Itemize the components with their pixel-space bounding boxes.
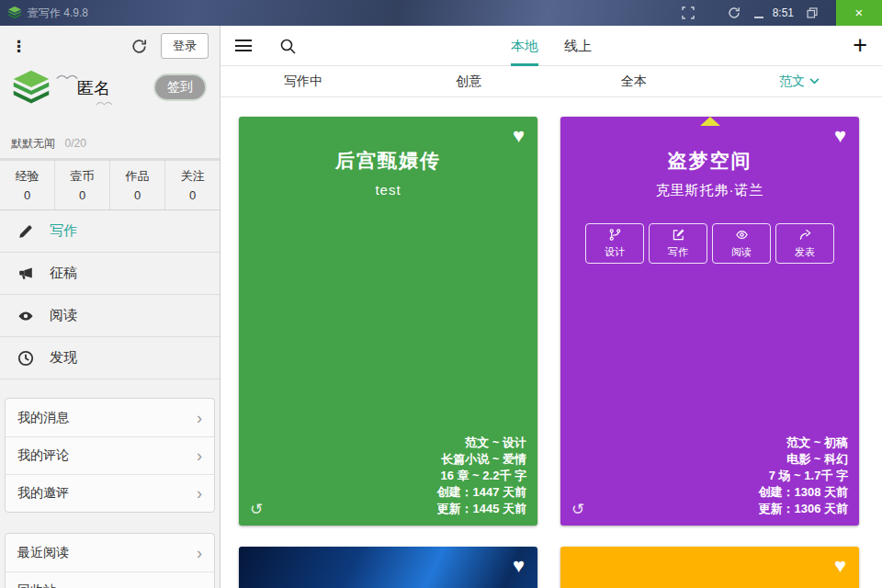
level-name: 默默无闻 [11,137,55,150]
sidebar-item-recycle-bin[interactable]: 回收站 › [6,571,214,588]
stat-coins: 壹币 0 [54,161,109,209]
dots-menu-icon[interactable]: ⋮ [11,37,27,56]
hamburger-menu-icon[interactable] [235,40,252,51]
clock-time: 8:51 [773,6,794,19]
sidebar-item-recent-reading[interactable]: 最近阅读 › [6,534,214,571]
book-title: 后宫甄嬛传 [239,117,537,174]
filter-dropdown-sample[interactable]: 范文 [717,74,882,90]
stats-row: 经验 0 壹币 0 作品 0 关注 0 [0,161,220,210]
book-meta: 范文 ~ 设计 长篇小说 ~ 爱情 16 章 ~ 2.2千 字 创建：1447 … [436,435,526,517]
megaphone-icon [17,265,35,283]
action-design-button[interactable]: 设计 [585,223,644,264]
stat-follows: 关注 0 [164,161,220,209]
filter-idea[interactable]: 创意 [386,74,551,90]
favorite-heart-icon[interactable]: ♥ [513,126,525,146]
book-card-partial[interactable]: ♥ [239,547,537,588]
eye-icon [17,307,35,325]
stat-experience: 经验 0 [0,161,54,209]
book-card-houggong[interactable]: ♥ 后宫甄嬛传 test 范文 ~ 设计 长篇小说 ~ 爱情 16 章 ~ 2.… [239,117,537,526]
search-icon[interactable] [279,38,296,54]
clock-icon [17,349,35,368]
sidebar-item-writing[interactable]: 写作 [0,210,220,253]
avatar[interactable] [11,68,51,108]
book-subtitle: 克里斯托弗·诺兰 [560,182,859,199]
add-work-icon[interactable]: + [853,33,867,58]
action-read-button[interactable]: 阅读 [712,223,771,264]
chevron-right-icon: › [197,485,202,502]
sync-icon[interactable] [130,38,148,55]
fullscreen-icon[interactable] [681,6,695,20]
filter-writing[interactable]: 写作中 [220,74,386,90]
sidebar-toolbar: ⋮ 登录 [0,26,220,66]
maximize-button[interactable] [805,6,820,20]
sidebar-item-discover[interactable]: 发现 [0,337,220,379]
tab-online[interactable]: 线上 [564,26,592,66]
level-section: 默默无闻 0/20 [0,130,220,161]
filter-complete[interactable]: 全本 [551,74,717,90]
sidebar-item-my-messages[interactable]: 我的消息 › [6,399,214,436]
favorite-heart-icon[interactable]: ♥ [834,556,846,576]
main-panel: 本地 线上 + 写作中 创意 全本 范文 ♥ 后宫甄嬛传 test [220,26,882,588]
checkin-button[interactable]: 签到 [153,74,207,101]
bird-icon [55,68,79,77]
history-icon[interactable]: ↺ [250,500,263,519]
level-progress: 0/20 [64,137,85,150]
level-progress-bar [0,158,220,161]
book-meta: 范文 ~ 初稿 电影 ~ 科幻 7 场 ~ 1.7千 字 创建：1308 天前 … [758,435,848,517]
chevron-right-icon: › [197,582,202,588]
card-action-bar: 设计 写作 阅读 发表 [560,223,859,264]
pin-marker [700,117,720,126]
sidebar-item-reading[interactable]: 阅读 [0,295,220,337]
favorite-heart-icon[interactable]: ♥ [834,126,846,146]
book-card-partial[interactable]: ♥ [560,547,859,588]
sidebar-group-recent: 最近阅读 › 回收站 › [5,533,215,588]
chevron-right-icon: › [197,447,202,464]
chevron-right-icon: › [197,545,202,561]
action-write-button[interactable]: 写作 [649,223,707,264]
favorite-heart-icon[interactable]: ♥ [513,556,525,576]
pencil-icon [17,222,35,241]
profile-section: 匿名 签到 [0,66,220,130]
card-grid: ♥ 后宫甄嬛传 test 范文 ~ 设计 长篇小说 ~ 爱情 16 章 ~ 2.… [220,97,882,588]
action-publish-button[interactable]: 发表 [775,223,834,264]
app-logo-icon [7,6,22,20]
stat-works: 作品 0 [109,161,164,209]
refresh-icon[interactable] [727,6,741,20]
titlebar: 壹写作 4.9.8 8:51 × [0,0,882,26]
book-subtitle: test [239,182,537,198]
tab-bar: 本地 线上 [511,26,592,66]
filter-bar: 写作中 创意 全本 范文 [220,66,882,97]
app-title: 壹写作 4.9.8 [28,6,88,21]
login-button[interactable]: 登录 [161,33,209,59]
app-window: 壹写作 4.9.8 8:51 × ⋮ 登录 [0,0,882,588]
sidebar-item-submissions[interactable]: 征稿 [0,253,220,295]
sidebar-item-my-invited-reviews[interactable]: 我的邀评 › [6,474,214,512]
minimize-button[interactable] [752,8,765,18]
tab-local[interactable]: 本地 [511,26,538,66]
sidebar-item-my-comments[interactable]: 我的评论 › [6,436,214,474]
sidebar-group-my: 我的消息 › 我的评论 › 我的邀评 › [5,398,215,513]
sidebar: ⋮ 登录 匿名 签到 默默 [0,26,220,588]
chevron-right-icon: › [197,410,202,426]
main-topbar: 本地 线上 + [220,26,882,66]
book-card-daomeng[interactable]: ♥ 盗梦空间 克里斯托弗·诺兰 设计 写作 [560,117,859,526]
close-button[interactable]: × [836,0,882,26]
username: 匿名 [77,77,110,99]
history-icon[interactable]: ↺ [571,500,584,519]
